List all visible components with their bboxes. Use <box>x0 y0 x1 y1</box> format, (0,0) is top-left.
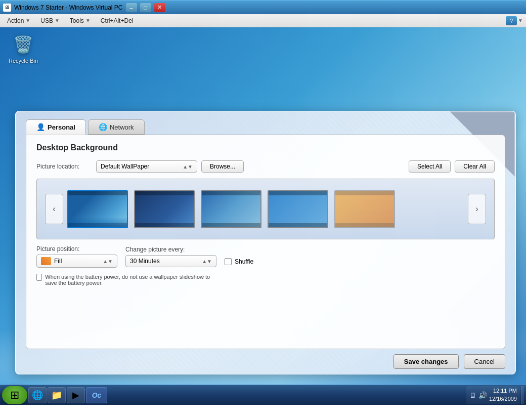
speaker-tray-icon[interactable]: 🔊 <box>478 391 487 399</box>
taskbar: ⊞ 🌐 📁 ▶ Oc 🖥 🔊 12:11 PM 12/16/2009 <box>0 385 526 405</box>
panel-title: Desktop Background <box>36 143 495 152</box>
wallpaper-items: ✓ ✓ <box>67 190 464 228</box>
cancel-button[interactable]: Cancel <box>464 354 505 369</box>
action-chevron-icon: ▼ <box>25 18 30 23</box>
tab-personal[interactable]: 👤 Personal <box>26 119 86 135</box>
desktop-background-dialog: 👤 Personal 🌐 Network Desktop Background … <box>15 111 516 374</box>
wallpaper-thumb-3 <box>201 190 261 228</box>
start-button[interactable]: ⊞ <box>2 386 27 404</box>
title-bar: 🖥 Windows 7 Starter - Windows Virtual PC… <box>0 0 526 14</box>
shuffle-label: Shuffle <box>235 258 253 265</box>
menu-usb[interactable]: USB ▼ <box>35 16 65 25</box>
menu-action[interactable]: Action ▼ <box>2 16 35 25</box>
close-button[interactable]: ✕ <box>154 3 165 12</box>
oc-button[interactable]: Oc <box>86 387 107 403</box>
shuffle-group: Shuffle <box>225 248 253 265</box>
oc-label: Oc <box>92 391 102 399</box>
tab-bar: 👤 Personal 🌐 Network <box>16 111 515 135</box>
app-icon: 🖥 <box>3 4 11 12</box>
picture-location-row: Picture location: Default WallPaper ▲▼ B… <box>36 160 495 173</box>
wallpaper-item-3[interactable]: ✓ <box>201 190 261 228</box>
select-all-button[interactable]: Select All <box>409 160 451 173</box>
shuffle-checkbox[interactable] <box>225 258 232 265</box>
tray-icons: 🖥 🔊 <box>469 391 487 399</box>
battery-note-text: When using the battery power, do not use… <box>45 274 218 286</box>
picture-position-value: Fill <box>54 258 62 265</box>
tab-personal-label: Personal <box>48 123 75 131</box>
desktop: 🗑️ Recycle Bin 👤 Personal 🌐 Network Desk… <box>0 27 526 405</box>
wallpaper-grid: ‹ ✓ <box>36 179 495 239</box>
wallpaper-thumb-4 <box>268 190 328 228</box>
window-title: Windows 7 Starter - Windows Virtual PC <box>14 4 123 11</box>
clock-date: 12/16/2009 <box>489 395 517 403</box>
change-picture-group: Change picture every: 30 Minutes ▲▼ <box>125 246 216 267</box>
menu-tools[interactable]: Tools ▼ <box>65 16 96 25</box>
folder-button[interactable]: 📁 <box>48 387 66 403</box>
recycle-bin-icon: 🗑️ <box>11 32 35 57</box>
location-chevron-icon: ▲▼ <box>183 164 193 170</box>
personal-icon: 👤 <box>36 123 45 131</box>
wallpaper-thumb-1 <box>67 190 128 228</box>
clock[interactable]: 12:11 PM 12/16/2009 <box>489 387 517 403</box>
wallpaper-item-1[interactable]: ✓ <box>67 190 128 228</box>
bottom-controls: Picture position: Fill ▲▼ Change picture… <box>36 245 495 268</box>
shuffle-row: Shuffle <box>225 258 253 265</box>
wallpaper-item-5[interactable]: ✓ <box>334 190 395 228</box>
change-picture-select[interactable]: 30 Minutes ▲▼ <box>125 255 216 267</box>
tools-chevron-icon: ▼ <box>85 18 91 23</box>
minimize-button[interactable]: – <box>126 3 137 12</box>
browse-button[interactable]: Browse... <box>201 160 244 173</box>
tab-network-label: Network <box>110 123 134 131</box>
dialog-footer: Save changes Cancel <box>16 349 515 374</box>
clear-all-button[interactable]: Clear All <box>455 160 495 173</box>
scroll-right-button[interactable]: › <box>468 194 486 224</box>
picture-location-value: Default WallPaper <box>101 163 149 170</box>
change-picture-value: 30 Minutes <box>130 258 160 265</box>
wallpaper-item-2[interactable]: ✓ <box>134 190 195 228</box>
change-picture-label: Change picture every: <box>125 246 216 253</box>
help-chevron: ▼ <box>517 18 524 23</box>
dialog-panel: Desktop Background Picture location: Def… <box>26 135 505 349</box>
media-button[interactable]: ▶ <box>67 387 85 403</box>
tab-network[interactable]: 🌐 Network <box>88 119 145 135</box>
clock-time: 12:11 PM <box>489 387 517 395</box>
maximize-button[interactable]: □ <box>140 3 151 12</box>
recycle-bin[interactable]: 🗑️ Recycle Bin <box>8 32 38 64</box>
recycle-bin-label: Recycle Bin <box>8 58 38 64</box>
picture-position-group: Picture position: Fill ▲▼ <box>36 245 117 268</box>
fill-preview-icon <box>41 257 51 265</box>
wallpaper-thumb-5 <box>334 190 395 228</box>
wallpaper-item-4[interactable]: ✓ <box>268 190 328 228</box>
monitor-tray-icon[interactable]: 🖥 <box>469 391 476 399</box>
save-changes-button[interactable]: Save changes <box>393 354 459 369</box>
menu-ctrl-alt-del[interactable]: Ctrl+Alt+Del <box>96 16 139 25</box>
wallpaper-thumb-2 <box>134 190 195 228</box>
usb-chevron-icon: ▼ <box>55 18 60 23</box>
picture-position-label: Picture position: <box>36 245 117 253</box>
help-button[interactable]: ? <box>506 16 517 25</box>
battery-note: When using the battery power, do not use… <box>36 274 218 286</box>
change-chevron-icon: ▲▼ <box>202 259 212 264</box>
picture-location-select[interactable]: Default WallPaper ▲▼ <box>96 160 197 173</box>
menu-bar: Action ▼ USB ▼ Tools ▼ Ctrl+Alt+Del ? ▼ <box>0 14 526 27</box>
position-chevron-icon: ▲▼ <box>103 259 113 264</box>
network-icon: 🌐 <box>99 123 107 131</box>
battery-checkbox[interactable] <box>36 274 42 281</box>
dialog-content: 👤 Personal 🌐 Network Desktop Background … <box>16 111 515 374</box>
picture-position-select[interactable]: Fill ▲▼ <box>36 255 117 268</box>
scroll-left-button[interactable]: ‹ <box>45 194 63 224</box>
system-tray: 🖥 🔊 12:11 PM 12/16/2009 <box>466 386 520 404</box>
ie-button[interactable]: 🌐 <box>28 387 47 403</box>
picture-location-label: Picture location: <box>36 163 92 170</box>
show-desktop-button[interactable] <box>521 386 524 404</box>
